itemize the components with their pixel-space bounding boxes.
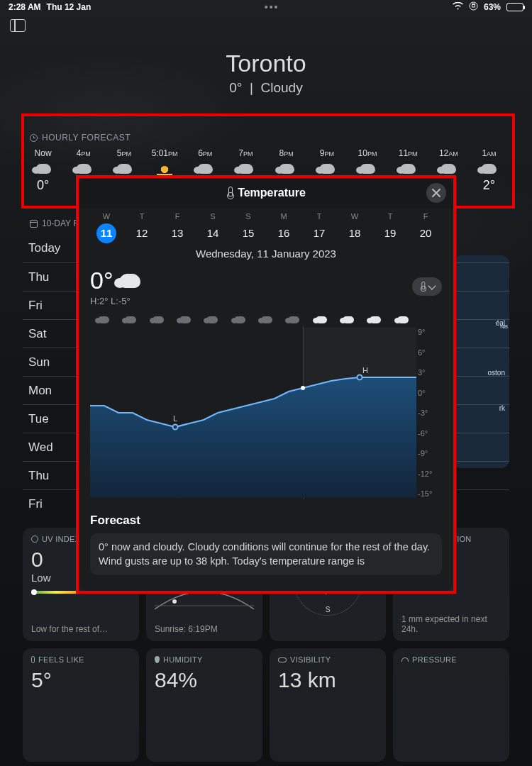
orientation-lock-icon: [469, 1, 478, 13]
annotation-box-modal: [76, 175, 456, 594]
status-date: Thu 12 Jan: [47, 2, 92, 12]
battery-pct: 63%: [484, 2, 501, 12]
status-bar: 2:28 AM Thu 12 Jan ••• 63%: [0, 0, 532, 14]
feelslike-card[interactable]: FEELS LIKE 5°: [23, 648, 139, 762]
sun-icon: [31, 535, 38, 543]
gauge-icon: [401, 657, 409, 662]
location-header: Toronto 0° | Cloudy: [0, 37, 532, 96]
toolbar: [0, 14, 532, 37]
humidity-icon: [155, 656, 160, 663]
sidebar-toggle-icon[interactable]: [10, 19, 26, 32]
humidity-card[interactable]: HUMIDITY 84%: [146, 648, 262, 762]
calendar-icon: [30, 220, 38, 228]
pressure-card[interactable]: PRESSURE: [393, 648, 509, 762]
battery-icon: [506, 3, 523, 11]
multitask-dots-icon[interactable]: •••: [265, 1, 279, 13]
eye-icon: [278, 657, 287, 662]
visibility-card[interactable]: VISIBILITY 13 km: [270, 648, 386, 762]
wifi-icon: [453, 2, 463, 12]
status-time: 2:28 AM: [9, 2, 41, 12]
current-summary: 0° | Cloudy: [0, 80, 532, 96]
svg-point-2: [172, 599, 177, 604]
thermometer-icon: [31, 656, 35, 663]
city-name: Toronto: [0, 50, 532, 77]
